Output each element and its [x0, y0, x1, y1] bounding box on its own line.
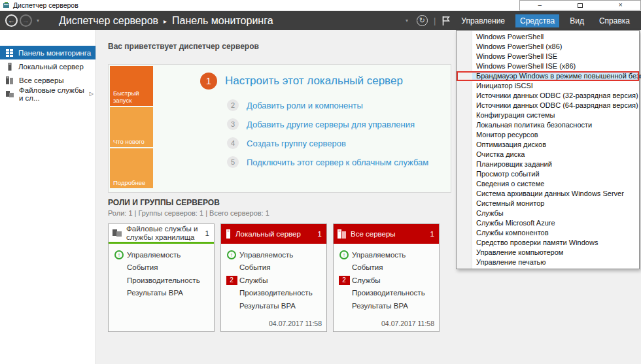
tools-menu-item[interactable]: Брандмауэр Windows в режиме повышенной б… [457, 71, 639, 81]
close-button[interactable]: × [619, 2, 623, 8]
tools-menu-item[interactable]: Системный монитор [457, 199, 639, 208]
tools-menu-item[interactable]: Службы [457, 208, 639, 218]
tools-menu-item-label: Просмотр событий [476, 170, 540, 178]
row-label: Службы [239, 276, 268, 284]
card-title: Файловые службы и службы хранилища [126, 225, 201, 241]
tab-quick-start[interactable]: Быстрый запуск [110, 66, 153, 106]
tools-menu-item[interactable]: Windows PowerShell ISE [457, 52, 639, 61]
all-servers-icon [6, 76, 14, 84]
sidebar-item-file-services[interactable]: Файловые службы и сл... ▷ [0, 87, 95, 101]
menu-help[interactable]: Справка [595, 14, 634, 27]
tools-menu-item[interactable]: Управление печатью [457, 257, 639, 267]
row-status-slot: ↑ [224, 250, 239, 259]
step-link[interactable]: Настроить этот локальный сервер [225, 74, 403, 88]
card-row[interactable]: ↑ Управляемость [109, 248, 214, 261]
sidebar-item-dashboard[interactable]: Панель мониторинга [0, 46, 95, 59]
welcome-step: 1 Настроить этот локальный сервер [200, 73, 449, 90]
card-row[interactable]: ↑ Управляемость [334, 248, 439, 261]
card-row[interactable]: 2 Службы [334, 274, 439, 287]
card-row[interactable]: Результаты BPA [221, 299, 326, 312]
minimize-button[interactable]: – [538, 2, 542, 8]
tools-menu-item-label: Средство проверки памяти Windows [476, 239, 598, 246]
tools-menu-item[interactable]: Локальная политика безопасности [457, 120, 639, 130]
notifications-dropdown-icon[interactable]: ▾ [406, 18, 408, 24]
sidebar-item-label: Все серверы [19, 76, 64, 84]
card-row[interactable]: 2 Службы [221, 274, 326, 287]
forward-button[interactable]: → [20, 14, 32, 27]
tools-menu-item[interactable]: Монитор ресурсов [457, 130, 639, 140]
card-local-server[interactable]: Локальный сервер 1 ↑ Управляемость Событ… [220, 223, 327, 332]
tools-menu-item[interactable]: Просмотр событий [457, 169, 639, 179]
tools-menu-item[interactable]: Управление компьютером [457, 248, 639, 257]
tools-menu-item-label: Монитор ресурсов [476, 131, 538, 139]
notifications-flag-icon[interactable] [442, 16, 451, 26]
tools-menu-item[interactable]: Средство проверки памяти Windows [457, 238, 639, 248]
row-label: Производительность [239, 289, 313, 297]
tools-menu-item[interactable]: Система архивации данных Windows Server [457, 189, 639, 199]
tools-menu-item[interactable]: Источники данных ODBC (32-разрядная верс… [457, 91, 639, 101]
sidebar-item-label: Локальный сервер [18, 63, 84, 71]
welcome-step: 4 Создать группу серверов [227, 137, 449, 149]
step-link[interactable]: Подключить этот сервер к облачным служба… [247, 157, 428, 167]
card-row[interactable]: Производительность [334, 287, 439, 300]
role-cards: Файловые службы и службы хранилища 1 ↑ У… [108, 223, 440, 332]
card-row[interactable]: События [109, 261, 214, 274]
menu-tools[interactable]: Средства [515, 14, 559, 27]
toolbar-divider: | [434, 16, 436, 25]
row-label: Производительность [352, 289, 425, 297]
flyout-arrow-icon: ▷ [90, 91, 94, 97]
tools-menu-item[interactable]: Windows PowerShell (x86) [457, 42, 639, 52]
row-label: События [127, 263, 158, 271]
card-file-storage-services[interactable]: Файловые службы и службы хранилища 1 ↑ У… [108, 223, 215, 332]
back-button[interactable]: ← [5, 14, 18, 27]
sidebar-item-local-server[interactable]: Локальный сервер [0, 59, 95, 73]
tools-menu-item-label: Windows PowerShell ISE [476, 52, 557, 60]
tools-menu-item-label: Системный монитор [476, 199, 544, 207]
tools-menu-item[interactable]: Планировщик заданий [457, 159, 639, 169]
row-label: Управляемость [352, 251, 406, 259]
card-row[interactable]: Результаты BPA [109, 287, 214, 300]
tools-menu-item[interactable]: Оптимизация дисков [457, 140, 639, 150]
row-label: Производительность [127, 276, 200, 284]
step-link[interactable]: Создать группу серверов [247, 139, 346, 148]
tools-menu-item[interactable]: Службы Microsoft Azure [457, 218, 639, 228]
row-label: Результаты BPA [127, 289, 183, 297]
tools-menu-item-label: Конфигурация системы [476, 111, 555, 119]
tools-menu-item[interactable]: Windows PowerShell [457, 32, 639, 42]
tools-menu-item-label: Система архивации данных Windows Server [476, 190, 624, 197]
tools-menu-item[interactable]: Источники данных ODBC (64-разрядная верс… [457, 101, 639, 110]
error-count-badge: 2 [226, 276, 237, 285]
card-row[interactable]: Производительность [221, 287, 326, 300]
tools-menu-item[interactable]: Инициатор iSCSI [457, 81, 639, 91]
tools-menu-item[interactable]: Конфигурация системы [457, 110, 639, 120]
card-row[interactable]: Результаты BPA [334, 299, 439, 312]
sidebar-item-all-servers[interactable]: Все серверы [0, 73, 95, 87]
maximize-button[interactable] [578, 3, 583, 8]
step-link[interactable]: Добавить другие серверы для управления [247, 120, 415, 129]
tools-menu-item-label: Источники данных ODBC (32-разрядная верс… [476, 91, 638, 99]
ok-status-icon: ↑ [339, 250, 349, 259]
card-row[interactable]: События [334, 261, 439, 274]
card-row[interactable]: События [221, 261, 326, 274]
step-link[interactable]: Добавить роли и компоненты [247, 101, 363, 110]
card-row[interactable]: ↑ Управляемость [221, 248, 326, 261]
card-all-servers[interactable]: Все серверы 1 ↑ Управляемость События 2 … [333, 223, 440, 332]
tools-menu-item[interactable]: Очистка диска [457, 150, 639, 159]
history-dropdown-icon[interactable]: ▾ [37, 18, 39, 24]
tools-menu-item-label: Инициатор iSCSI [476, 82, 533, 90]
card-header: Файловые службы и службы хранилища 1 [109, 224, 214, 244]
row-label: События [239, 263, 270, 271]
window-title: Диспетчер серверов [13, 1, 78, 9]
menu-manage[interactable]: Управление [457, 14, 510, 27]
tab-whats-new[interactable]: Что нового [110, 107, 153, 147]
card-title: Локальный сервер [235, 230, 314, 239]
tools-menu-item[interactable]: Сведения о системе [457, 179, 639, 189]
tools-menu-item[interactable]: Службы компонентов [457, 228, 639, 238]
ok-status-icon: ↑ [114, 250, 124, 259]
card-row[interactable]: Производительность [109, 274, 214, 287]
tools-menu-item[interactable]: Windows PowerShell ISE (x86) [457, 61, 639, 71]
breadcrumb-root[interactable]: Диспетчер серверов [59, 15, 158, 27]
tab-learn-more[interactable]: Подробнее [110, 148, 153, 188]
refresh-icon[interactable]: ↻ [417, 15, 428, 26]
menu-view[interactable]: Вид [565, 14, 589, 27]
